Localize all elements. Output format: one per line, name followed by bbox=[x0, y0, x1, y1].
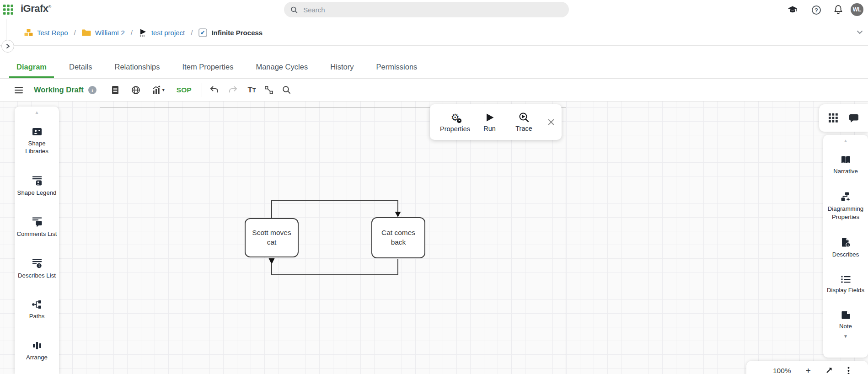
describes-button[interactable]: Describes bbox=[825, 237, 867, 258]
page-boundary bbox=[100, 107, 566, 374]
panel-scroll-up-icon[interactable]: ▲ bbox=[843, 139, 848, 143]
note-icon bbox=[841, 310, 851, 320]
chart-tools-dropdown[interactable]: ▾ bbox=[152, 85, 165, 94]
describes-list-button[interactable]: Describes List bbox=[16, 258, 58, 279]
zoom-level[interactable]: 100% bbox=[773, 367, 791, 374]
breadcrumb-current-label: Infinite Process bbox=[211, 29, 263, 37]
logo-registered-mark: ® bbox=[48, 5, 51, 9]
redo-icon[interactable] bbox=[229, 86, 238, 94]
top-bar: iGrafx® ? WL bbox=[0, 0, 868, 19]
menu-hamburger-icon[interactable] bbox=[15, 86, 23, 94]
chevron-right-icon bbox=[5, 43, 11, 49]
igrafx-logo: iGrafx® bbox=[21, 3, 51, 15]
tab-item-properties[interactable]: Item Properties bbox=[175, 46, 241, 78]
run-play-icon bbox=[485, 112, 495, 123]
narrative-button[interactable]: Narrative bbox=[825, 155, 867, 175]
trace-button[interactable]: Trace bbox=[509, 112, 539, 132]
panel-scroll-down-icon[interactable]: ▼ bbox=[843, 334, 848, 339]
breadcrumb-link[interactable]: WilliamL2 bbox=[95, 29, 125, 37]
shape-libraries-icon bbox=[32, 127, 43, 137]
breadcrumb-folder[interactable]: WilliamL2 bbox=[82, 29, 125, 37]
globe-icon[interactable] bbox=[131, 85, 140, 95]
notifications-bell-icon[interactable] bbox=[832, 4, 844, 16]
narrative-book-icon bbox=[840, 155, 852, 165]
grid-view-icon[interactable] bbox=[829, 113, 838, 123]
zoom-search-icon[interactable] bbox=[282, 85, 291, 94]
right-tool-panel: ▲ Narrative Diagramming Properties bbox=[823, 135, 868, 358]
more-options-kebab-icon[interactable] bbox=[847, 367, 850, 374]
comment-bubble-icon[interactable] bbox=[849, 113, 859, 123]
collapse-chevron-down-icon[interactable] bbox=[856, 28, 863, 36]
breadcrumb-link[interactable]: Test Repo bbox=[37, 29, 68, 37]
zoom-in-button[interactable]: + bbox=[806, 367, 811, 374]
tab-diagram[interactable]: Diagram bbox=[9, 46, 54, 78]
breadcrumb-separator: / bbox=[74, 29, 76, 37]
text-tool-icon[interactable]: TT bbox=[248, 85, 256, 95]
version-info-icon[interactable]: i bbox=[88, 86, 96, 94]
shape-libraries-button[interactable]: Shape Libraries bbox=[16, 127, 58, 155]
shape-node-scott-moves-cat[interactable]: Scott moves cat bbox=[245, 218, 299, 257]
properties-button[interactable]: ⚙ Properties bbox=[440, 112, 470, 133]
diagramming-properties-button[interactable]: Diagramming Properties bbox=[825, 192, 867, 221]
breadcrumb-link[interactable]: test project bbox=[151, 29, 185, 37]
describes-icon bbox=[841, 237, 851, 248]
process-play-icon bbox=[139, 28, 147, 37]
diagram-file-icon bbox=[198, 28, 207, 37]
diagram-canvas[interactable]: Scott moves cat Cat comes back bbox=[0, 102, 868, 374]
learning-cap-icon[interactable] bbox=[787, 4, 798, 16]
display-fields-button[interactable]: Display Fields bbox=[825, 275, 867, 294]
sop-button[interactable]: SOP bbox=[177, 86, 192, 94]
breadcrumb-current-item: Infinite Process bbox=[198, 28, 263, 37]
paths-button[interactable]: Paths bbox=[16, 299, 58, 320]
breadcrumb-repo[interactable]: Test Repo bbox=[24, 29, 68, 37]
app-window: iGrafx® ? WL bbox=[0, 0, 868, 374]
search-input[interactable] bbox=[302, 5, 563, 14]
tab-history[interactable]: History bbox=[323, 46, 361, 78]
panel-scroll-up-icon[interactable]: ▲ bbox=[35, 110, 39, 115]
selection-toolbar: ⚙ Properties Run Trace bbox=[430, 104, 562, 140]
tab-details[interactable]: Details bbox=[62, 46, 99, 78]
folder-icon bbox=[82, 29, 91, 37]
zoom-controls: 100% + bbox=[746, 361, 868, 374]
breadcrumb-project[interactable]: test project bbox=[139, 28, 185, 37]
chart-icon bbox=[152, 85, 161, 94]
global-search[interactable] bbox=[284, 2, 569, 17]
connector-tool-icon[interactable] bbox=[265, 86, 273, 94]
shape-node-cat-comes-back[interactable]: Cat comes back bbox=[371, 217, 425, 258]
breadcrumb-separator: / bbox=[131, 29, 133, 37]
note-button[interactable]: Note bbox=[825, 310, 867, 330]
fit-to-screen-icon[interactable] bbox=[825, 367, 833, 374]
comments-list-button[interactable]: Comments List bbox=[16, 217, 58, 238]
breadcrumb-separator: / bbox=[191, 29, 193, 37]
undo-icon[interactable] bbox=[209, 86, 219, 94]
diagramming-properties-icon bbox=[841, 192, 851, 202]
app-launcher-grid-icon[interactable] bbox=[3, 5, 13, 15]
toolbar-divider bbox=[202, 83, 202, 97]
paths-icon bbox=[32, 299, 42, 310]
user-avatar[interactable]: WL bbox=[851, 3, 863, 16]
document-view-icon[interactable] bbox=[111, 85, 119, 95]
close-icon[interactable] bbox=[547, 118, 555, 126]
right-view-switcher bbox=[819, 104, 868, 132]
diagram-toolbar: Working Draft i ▾ SOP bbox=[0, 79, 868, 102]
version-selector[interactable]: Working Draft bbox=[34, 85, 84, 94]
tab-relationships[interactable]: Relationships bbox=[107, 46, 167, 78]
tab-permissions[interactable]: Permissions bbox=[369, 46, 424, 78]
tab-manage-cycles[interactable]: Manage Cycles bbox=[248, 46, 315, 78]
run-button[interactable]: Run bbox=[475, 112, 504, 132]
tab-bar: Diagram Details Relationships Item Prope… bbox=[0, 46, 868, 79]
trace-icon bbox=[519, 112, 529, 123]
help-icon[interactable]: ? bbox=[810, 4, 822, 16]
shape-legend-icon bbox=[32, 176, 43, 186]
arrange-icon bbox=[32, 341, 42, 351]
expand-sidebar-button[interactable] bbox=[1, 40, 14, 53]
shape-legend-button[interactable]: Shape Legend bbox=[16, 176, 58, 197]
repository-cubes-icon bbox=[24, 29, 33, 37]
display-fields-icon bbox=[841, 275, 851, 283]
arrange-button[interactable]: Arrange bbox=[16, 341, 58, 361]
breadcrumb-bar: Test Repo / WilliamL2 / test project / bbox=[0, 19, 868, 46]
breadcrumb: Test Repo / WilliamL2 / test project / bbox=[24, 19, 263, 46]
properties-gear-icon: ⚙ bbox=[450, 112, 461, 123]
left-tool-panel: ▲ Shape Libraries Shape Legend bbox=[15, 107, 59, 374]
describes-list-icon bbox=[32, 258, 43, 269]
